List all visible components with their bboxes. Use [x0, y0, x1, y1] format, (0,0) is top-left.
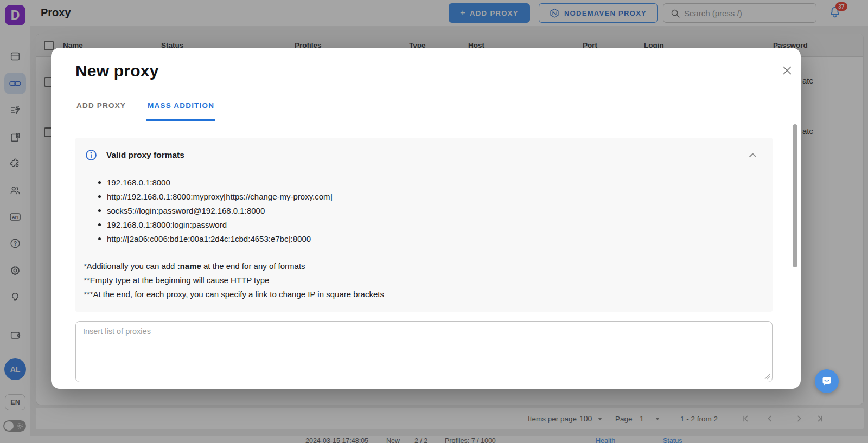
valid-formats-panel: Valid proxy formats 192.168.0.1:8000 htt…: [75, 138, 773, 312]
bullet-dot: [98, 195, 101, 198]
modal-title: New proxy: [75, 62, 159, 80]
format-list: 192.168.0.1:8000 http://192.168.0.1:8000…: [98, 175, 333, 246]
bullet-dot: [98, 209, 101, 212]
note-line: ***At the end, for each proxy, you can s…: [84, 287, 384, 301]
format-item: http://[2a06:c006:bd1e:00a1:2d4c:1cbd:46…: [98, 232, 333, 246]
format-item: http://192.168.0.1:8000:myproxy[https://…: [98, 189, 333, 203]
format-item: 192.168.0.1:8000:login:password: [98, 217, 333, 232]
proxy-list-textarea[interactable]: [75, 321, 773, 382]
tabs-divider: [51, 121, 801, 121]
bullet-dot: [98, 223, 101, 226]
chevron-up-icon[interactable]: [748, 151, 757, 159]
format-item: 192.168.0.1:8000: [98, 175, 333, 189]
tab-mass-addition[interactable]: MASS ADDITION: [146, 100, 215, 121]
chat-bubble-icon: [820, 375, 833, 388]
proxy-list-field: [75, 321, 773, 382]
note-line: **Empty type at the beginning will cause…: [84, 273, 384, 287]
chat-launcher[interactable]: [815, 369, 839, 393]
format-notes: *Additionally you can add :name at the e…: [84, 259, 384, 301]
format-item: socks5://login:password@192.168.0.1:8000: [98, 203, 333, 217]
modal-scrollbar[interactable]: [793, 124, 797, 267]
app-window: D API ? A: [0, 0, 868, 443]
note-line: *Additionally you can add :name at the e…: [84, 259, 384, 273]
info-icon: [85, 149, 97, 161]
bullet-dot: [98, 181, 101, 184]
tab-add-proxy[interactable]: ADD PROXY: [75, 100, 127, 121]
valid-formats-title: Valid proxy formats: [106, 150, 184, 160]
close-icon[interactable]: [780, 63, 794, 78]
new-proxy-modal: New proxy ADD PROXY MASS ADDITION Valid …: [51, 48, 801, 389]
modal-tabs: ADD PROXY MASS ADDITION: [75, 100, 215, 121]
bullet-dot: [98, 237, 101, 240]
